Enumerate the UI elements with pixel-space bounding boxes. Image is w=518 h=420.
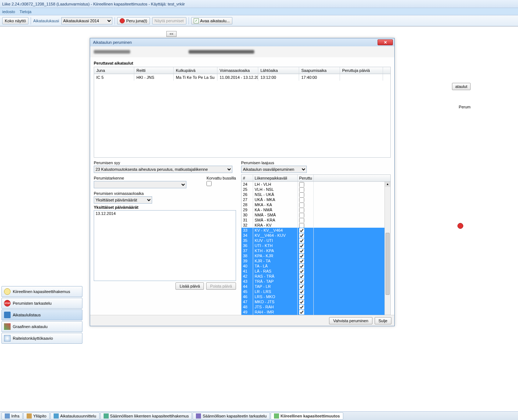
segment-row[interactable]: 44TAP - LR xyxy=(241,284,384,289)
segment-checkbox[interactable] xyxy=(299,305,304,309)
col-chk[interactable]: Peruttu xyxy=(298,175,314,181)
tab-infra[interactable]: Infra xyxy=(1,412,23,420)
segment-checkbox[interactable] xyxy=(299,228,304,233)
segment-row[interactable]: 24LH - VLH xyxy=(241,182,384,187)
segment-checkbox[interactable] xyxy=(299,208,304,212)
segment-checkbox[interactable] xyxy=(299,284,304,289)
segment-row[interactable]: 38KPA - KJR xyxy=(241,253,384,258)
segment-checkbox[interactable] xyxy=(299,238,304,243)
segment-row[interactable]: 32KRA - KV xyxy=(241,223,384,228)
segment-row[interactable]: 48JTS - RAH xyxy=(241,304,384,309)
collapse-button[interactable]: << xyxy=(166,31,177,37)
tab-yllapito[interactable]: Ylläpito xyxy=(23,412,50,420)
open-schedule-button[interactable]: ✓Avaa aikataulu... xyxy=(191,17,232,24)
segment-row[interactable]: 45LR - LRS xyxy=(241,289,384,294)
segment-checkbox[interactable] xyxy=(299,259,304,263)
col-num[interactable]: # xyxy=(241,175,253,181)
col-lahto[interactable]: Lähtöaika xyxy=(258,67,299,74)
segment-checkbox[interactable] xyxy=(299,223,304,228)
col-voim[interactable]: Voimassaoloaika xyxy=(217,67,258,74)
col-kulku[interactable]: Kulkupäivä xyxy=(174,67,217,74)
segment-checkbox[interactable] xyxy=(299,233,304,238)
reason-select[interactable]: 23 Kalustomuutoksesta aiheutuva peruutus… xyxy=(94,166,232,173)
col-reitti[interactable]: Reitti xyxy=(134,67,174,74)
tab-aik[interactable]: Aikataulusuunnittelu xyxy=(50,412,99,420)
segment-row[interactable]: 40TA - LÄ xyxy=(241,263,384,269)
segment-checkbox[interactable] xyxy=(299,294,304,299)
segment-checkbox[interactable] xyxy=(299,274,304,279)
side-panel: Kiireellinen kapasiteettihakemus STOPPer… xyxy=(1,285,82,344)
segment-row[interactable]: 49RAH - IMR xyxy=(241,309,384,315)
confirm-button[interactable]: Vahvista peruminen xyxy=(329,317,372,324)
segment-row[interactable]: 46LRS - MKO xyxy=(241,294,384,299)
segment-checkbox[interactable] xyxy=(299,248,304,253)
side-urgent-request[interactable]: Kiireellinen kapasiteettihakemus xyxy=(1,286,82,297)
clock-icon xyxy=(4,288,11,295)
segment-checkbox[interactable] xyxy=(299,289,304,294)
add-day-button[interactable]: Lisää päivä xyxy=(175,282,204,290)
section-label: Peruttavat aikataulut xyxy=(94,61,391,65)
segment-checkbox[interactable] xyxy=(299,203,304,207)
tab-saan2[interactable]: Säännöllisen kapasiteetin tarkastelu xyxy=(193,412,270,420)
scope-select[interactable]: Aikataulun osaväliperuminen xyxy=(241,166,307,173)
date-item[interactable]: 13.12.2014 xyxy=(96,211,234,216)
close-button[interactable]: ✕ xyxy=(378,39,393,45)
segment-checkbox[interactable] xyxy=(299,213,304,217)
segment-row[interactable]: 31SMÄ - KRA xyxy=(241,217,384,223)
segment-row[interactable]: 33KV - KV__V464 xyxy=(241,228,384,233)
col-juna[interactable]: Juna xyxy=(94,67,134,74)
side-cancellation-review[interactable]: STOPPerumisten tarkastelu xyxy=(1,298,82,309)
segment-row[interactable]: 34KV__V464 - KUV xyxy=(241,233,384,238)
dates-listbox[interactable]: 13.12.2014 xyxy=(94,210,236,281)
planning-icon xyxy=(54,413,59,419)
segment-row[interactable]: 43TRÄ - TAP xyxy=(241,279,384,284)
col-lp[interactable]: Liikennepaikkaväli xyxy=(253,175,298,181)
cancel-train-button[interactable]: Peru juna(t) xyxy=(117,17,150,24)
segment-row[interactable]: 37KTH - KPA xyxy=(241,248,384,253)
validity-select[interactable]: Yksittäiset päivämäärät xyxy=(94,196,152,204)
scroll-thumb[interactable] xyxy=(386,233,390,295)
segment-row[interactable]: 42RAS - TRÄ xyxy=(241,274,384,279)
segment-row[interactable]: 26NSL - UKÄ xyxy=(241,192,384,197)
segment-checkbox[interactable] xyxy=(299,310,304,315)
scrollbar[interactable]: ▲ ▼ xyxy=(384,182,390,320)
tab-kiir[interactable]: Kiireellinen kapasiteettimuutos xyxy=(271,412,343,420)
segment-row[interactable]: 39KJR - TA xyxy=(241,258,384,263)
segment-row[interactable]: 41LÄ - RAS xyxy=(241,269,384,274)
side-schedule-listing[interactable]: Aikataululistaus xyxy=(1,309,82,320)
col-saap[interactable]: Saapumisaika xyxy=(299,67,340,74)
col-perut[interactable]: Peruttuja päiviä xyxy=(340,67,383,74)
segment-checkbox[interactable] xyxy=(299,269,304,274)
segment-row[interactable]: 36UTI - KTH xyxy=(241,243,384,248)
scroll-up[interactable]: ▲ xyxy=(385,182,390,187)
segment-checkbox[interactable] xyxy=(299,187,304,192)
segment-checkbox[interactable] xyxy=(299,254,304,258)
segment-checkbox[interactable] xyxy=(299,197,304,202)
segment-checkbox[interactable] xyxy=(299,218,304,223)
side-track-usage[interactable]: Raiteistonkäyttökaavio xyxy=(1,333,82,344)
menu-tiedosto[interactable]: iedosto xyxy=(2,9,15,14)
segment-row[interactable]: 28MKA - KA xyxy=(241,202,384,207)
segment-checkbox[interactable] xyxy=(299,279,304,284)
segment-row[interactable]: 29KA - NMÄ xyxy=(241,207,384,212)
bus-checkbox[interactable] xyxy=(206,181,212,186)
ataulut-button[interactable]: ataulut xyxy=(452,83,471,90)
segment-checkbox[interactable] xyxy=(299,264,304,269)
segment-row[interactable]: 35KUV - UTI xyxy=(241,238,384,243)
segment-checkbox[interactable] xyxy=(299,300,304,304)
period-select[interactable]: Aikataulukausi 2014 xyxy=(61,17,112,24)
segment-checkbox[interactable] xyxy=(299,243,304,248)
detail-select[interactable] xyxy=(94,181,186,188)
segment-checkbox[interactable] xyxy=(299,192,304,197)
side-graphic-schedule[interactable]: Graafinen aikataulu xyxy=(1,321,82,332)
close-dialog-button[interactable]: Sulje xyxy=(375,317,391,324)
segment-row[interactable]: 30NMÄ - SMÄ xyxy=(241,212,384,217)
tab-saan1[interactable]: Säännöllisen liikenteen kapasiteettihake… xyxy=(100,412,192,420)
segment-row[interactable]: 27UKÄ - MKA xyxy=(241,197,384,202)
segment-row[interactable]: 47MKO - JTS xyxy=(241,299,384,304)
menu-tietoja[interactable]: Tietoja xyxy=(19,9,31,14)
segment-row[interactable]: 25VLH - NSL xyxy=(241,187,384,192)
table-row[interactable]: IC 5 HKI - JNS Ma Ti Ke To Pe La Su 11.0… xyxy=(94,74,390,81)
full-screen-button[interactable]: Koko näyttö xyxy=(2,17,28,24)
segment-checkbox[interactable] xyxy=(299,182,304,187)
